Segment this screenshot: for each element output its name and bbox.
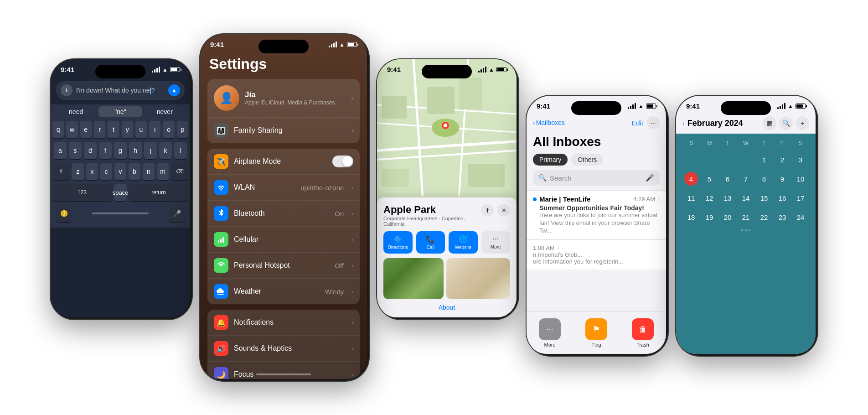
settings-weather-row[interactable]: Weather Windy › (207, 279, 360, 304)
settings-cellular-row[interactable]: Cellular › (207, 227, 360, 253)
key-b[interactable]: b (129, 163, 140, 180)
autocomplete-never[interactable]: never (143, 106, 186, 117)
key-w[interactable]: w (66, 121, 78, 138)
share-button[interactable]: ⬆ (481, 204, 494, 217)
key-e[interactable]: e (80, 121, 92, 138)
cal-day-14[interactable]: 14 (737, 189, 754, 207)
more-map-button[interactable]: ··· More (481, 231, 511, 254)
key-m[interactable]: m (157, 163, 169, 180)
settings-focus-row[interactable]: 🌙 Focus › (207, 362, 360, 379)
settings-airplane-row[interactable]: ✈️ Airplane Mode (207, 149, 360, 175)
cal-day-10[interactable]: 10 (792, 170, 809, 187)
send-button[interactable]: ▲ (168, 84, 180, 96)
cal-day-19[interactable]: 19 (701, 208, 718, 226)
cal-add-button[interactable]: + (796, 116, 809, 130)
airplane-toggle[interactable] (332, 156, 353, 167)
key-j[interactable]: j (144, 142, 157, 159)
cal-day-1[interactable]: 1 (755, 151, 773, 168)
cal-day-16[interactable]: 16 (774, 189, 791, 207)
autocomplete-need[interactable]: need (54, 106, 98, 117)
call-button[interactable]: 📞 Call (416, 231, 445, 254)
directions-button[interactable]: 🔷 Directions (383, 231, 413, 254)
signal-bars-settings (329, 42, 337, 47)
cal-day-18[interactable]: 18 (682, 208, 700, 226)
cal-day-11[interactable]: 11 (682, 189, 700, 207)
mail-time-1: 4:29 AM (633, 196, 655, 202)
key-d[interactable]: d (84, 142, 97, 159)
key-y[interactable]: y (122, 121, 133, 138)
message-text-field[interactable]: I'm down! What do you ne? (76, 87, 165, 94)
key-c[interactable]: c (100, 163, 112, 180)
cal-day-5[interactable]: 5 (701, 170, 718, 187)
settings-sounds-row[interactable]: 🔊 Sounds & Haptics › (207, 336, 360, 362)
cal-back-button[interactable]: ‹ (682, 119, 685, 127)
close-button[interactable]: ✕ (497, 204, 510, 217)
cal-today[interactable]: 4 (684, 172, 698, 186)
more-button[interactable]: ··· More (527, 312, 573, 354)
key-s[interactable]: s (69, 142, 82, 159)
key-n[interactable]: n (143, 163, 155, 180)
cal-day-7[interactable]: 7 (737, 170, 754, 187)
website-button[interactable]: 🌐 Website (449, 231, 478, 254)
key-shift[interactable]: ⇧ (52, 163, 70, 180)
key-space[interactable]: space (114, 184, 127, 201)
mail-more-nav-button[interactable]: ··· (647, 116, 660, 129)
key-k[interactable]: k (159, 142, 172, 159)
key-q[interactable]: q (52, 121, 64, 138)
mail-sender-1: Marie | TeenLife (539, 195, 630, 203)
key-123[interactable]: 123 (52, 184, 112, 201)
cal-day-21[interactable]: 21 (737, 208, 754, 226)
cal-day-15[interactable]: 15 (755, 189, 773, 207)
cal-grid-view-button[interactable]: ▦ (763, 116, 776, 130)
settings-wlan-row[interactable]: WLAN upinthe-ozone › (207, 175, 360, 201)
cal-day-8[interactable]: 8 (755, 170, 773, 187)
key-delete[interactable]: ⌫ (171, 163, 188, 180)
key-l[interactable]: l (174, 142, 187, 159)
mail-edit-button[interactable]: Edit (631, 119, 643, 127)
cal-day-17[interactable]: 17 (792, 189, 809, 207)
mail-item-1[interactable]: Marie | TeenLife 4:29 AM › Summer Opport… (527, 190, 666, 239)
key-r[interactable]: r (94, 121, 105, 138)
key-o[interactable]: o (163, 121, 174, 138)
key-f[interactable]: f (99, 142, 112, 159)
key-t[interactable]: t (108, 121, 119, 138)
cal-search-button[interactable]: 🔍 (779, 116, 793, 130)
key-i[interactable]: i (149, 121, 160, 138)
key-p[interactable]: p (177, 121, 188, 138)
key-z[interactable]: z (72, 163, 84, 180)
cal-day-20[interactable]: 20 (719, 208, 736, 226)
key-g[interactable]: g (114, 142, 127, 159)
cal-day-9[interactable]: 9 (774, 170, 791, 187)
settings-family-row[interactable]: 👨‍👩‍👧 Family Sharing › (207, 118, 360, 143)
mail-back-button[interactable]: ‹ Mailboxes (533, 119, 565, 126)
cal-day-22[interactable]: 22 (755, 208, 773, 226)
mail-search-bar[interactable]: 🔍 Search 🎤 (533, 170, 660, 186)
cal-day-12[interactable]: 12 (701, 189, 718, 207)
flag-button[interactable]: ⚑ Flag (573, 312, 620, 354)
autocomplete-ne[interactable]: "ne" (98, 106, 142, 117)
mail-item-2[interactable]: 1:08 AM › n Imperial's Glob... ore infor… (527, 239, 666, 270)
mail-filter-primary[interactable]: Primary (533, 154, 568, 166)
cal-day-24[interactable]: 24 (792, 208, 809, 226)
plus-button[interactable]: + (61, 84, 72, 96)
key-v[interactable]: v (114, 163, 126, 180)
key-h[interactable]: h (129, 142, 142, 159)
settings-bluetooth-row[interactable]: Bluetooth On › (207, 201, 360, 227)
cal-day-2[interactable]: 2 (774, 151, 791, 168)
settings-profile-row[interactable]: 👤 Jia Apple ID, iCloud, Media & Purchase… (207, 79, 360, 118)
trash-button[interactable]: 🗑 Trash (620, 312, 666, 354)
key-emoji[interactable]: 😊 (56, 205, 72, 222)
cal-day-3[interactable]: 3 (792, 151, 809, 168)
key-u[interactable]: u (135, 121, 147, 138)
about-button[interactable]: About (383, 304, 510, 311)
settings-hotspot-row[interactable]: Personal Hotspot Off › (207, 253, 360, 279)
key-mic[interactable]: 🎤 (169, 205, 185, 222)
cal-day-23[interactable]: 23 (774, 208, 791, 226)
cal-day-13[interactable]: 13 (719, 189, 736, 207)
key-a[interactable]: a (54, 142, 67, 159)
settings-notifications-row[interactable]: 🔔 Notifications › (207, 310, 360, 336)
cal-day-6[interactable]: 6 (719, 170, 736, 187)
key-return[interactable]: return (129, 184, 188, 201)
mail-filter-others[interactable]: Others (571, 154, 603, 166)
key-x[interactable]: x (86, 163, 98, 180)
